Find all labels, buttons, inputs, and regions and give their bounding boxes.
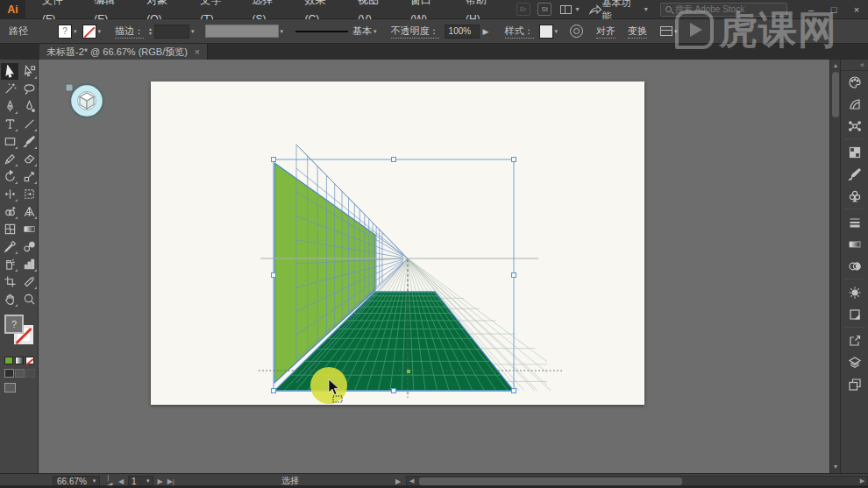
fill-stroke-indicator[interactable]: ? (4, 315, 34, 351)
vertical-scrollbar[interactable]: ▴ ▾ (829, 60, 840, 473)
artwork-svg[interactable] (151, 81, 644, 405)
close-button[interactable]: × (845, 1, 868, 18)
opacity-label[interactable]: 不透明度： (391, 25, 439, 39)
stroke-weight-label[interactable]: 描边： (115, 25, 144, 39)
arrange-documents-button[interactable]: ▾ (560, 5, 579, 14)
tool-artboard[interactable] (1, 273, 18, 290)
tool-column-graph[interactable] (20, 256, 38, 272)
tool-eraser[interactable] (20, 151, 38, 167)
share-button[interactable] (588, 4, 602, 16)
tools-panel: ? (0, 60, 39, 473)
document-tab[interactable]: 未标题-2* @ 66.67% (RGB/预览) × (39, 44, 208, 60)
tool-eyedropper[interactable] (1, 238, 18, 255)
fill-indicator[interactable]: ? (4, 315, 24, 334)
tool-gradient[interactable] (20, 221, 38, 237)
tool-rotate[interactable] (1, 168, 18, 185)
tab-close-icon[interactable]: × (195, 47, 200, 57)
panel-gradient-panel-icon[interactable] (841, 233, 868, 255)
tool-pencil[interactable] (1, 151, 18, 167)
panel-artboards-icon[interactable] (841, 373, 868, 395)
brush-definition[interactable]: 基本 (352, 25, 372, 38)
panel-swatches-icon[interactable] (841, 141, 868, 163)
panel-stroke-icon[interactable] (841, 211, 868, 233)
gradient-fill-button[interactable] (15, 357, 24, 364)
tool-mesh[interactable] (1, 221, 18, 237)
style-swatch[interactable] (539, 25, 553, 39)
perspective-plane-widget[interactable] (64, 78, 106, 120)
style-label[interactable]: 样式： (505, 25, 534, 39)
tool-zoom[interactable] (20, 291, 38, 308)
tool-line-segment[interactable] (20, 116, 38, 132)
tool-slice[interactable] (20, 273, 38, 290)
minimize-button[interactable]: – (800, 1, 822, 18)
dock-header[interactable]: « (841, 60, 868, 71)
screen-mode-button[interactable] (4, 383, 16, 393)
panel-hub-icon[interactable] (841, 115, 868, 137)
tool-magic-wand[interactable] (1, 81, 18, 97)
color-fill-button[interactable] (4, 357, 13, 364)
none-fill-button[interactable] (25, 357, 34, 364)
tool-lasso[interactable] (20, 81, 38, 97)
stock-icon[interactable]: St (537, 3, 551, 16)
chevron-down-icon[interactable]: ▾ (74, 28, 77, 35)
isolate-icon[interactable] (660, 26, 672, 36)
tool-shape-builder[interactable] (1, 203, 18, 220)
stroke-weight-stepper[interactable]: ▴▾ (149, 27, 152, 36)
brush-preview (295, 31, 348, 32)
panel-color-guide-icon[interactable] (841, 93, 868, 115)
opacity-value[interactable]: 100% (445, 25, 480, 39)
panel-graphic-styles-icon[interactable] (841, 303, 868, 325)
tool-direct-selection[interactable] (20, 63, 38, 80)
chevron-down-icon[interactable]: ▾ (98, 28, 102, 35)
control-bar: 路径 ? ▾ ▾ 描边： ▴▾ ▾ ▾ 基本 ▾ 不透明度： 100% ▶ 样式… (0, 19, 868, 44)
chevron-down-icon[interactable]: ▾ (674, 28, 678, 35)
last-artboard-button[interactable]: ▶| (167, 477, 174, 485)
tool-free-transform[interactable] (20, 186, 38, 202)
panel-color-palette-icon[interactable] (841, 71, 868, 93)
tool-scale[interactable] (20, 168, 38, 185)
expand-panels-icon[interactable]: « (860, 60, 864, 69)
status-flyout-icon[interactable]: ▶ (395, 477, 401, 485)
tool-rectangle[interactable] (1, 133, 18, 150)
transform-button[interactable]: 变换 (628, 25, 647, 39)
tool-symbol-sprayer[interactable] (1, 256, 18, 272)
chevron-down-icon[interactable]: ▾ (555, 28, 559, 35)
tool-width[interactable] (1, 186, 18, 202)
tool-hand[interactable] (1, 291, 18, 308)
draw-normal-button[interactable] (4, 369, 14, 378)
fill-swatch[interactable]: ? (58, 25, 72, 39)
scroll-left-icon[interactable]: ◀ (407, 477, 416, 486)
vertical-scroll-thumb[interactable] (832, 72, 839, 117)
panel-export-icon[interactable] (841, 329, 868, 351)
search-input[interactable] (675, 4, 780, 14)
tool-selection[interactable] (1, 63, 18, 80)
panel-transparency-icon[interactable] (841, 255, 868, 277)
tool-paintbrush[interactable] (20, 133, 38, 150)
scroll-right-icon[interactable]: ▶ (857, 477, 867, 486)
recolor-artwork-icon[interactable] (570, 25, 583, 38)
panel-brushes-icon[interactable] (841, 163, 868, 185)
maximize-button[interactable]: □ (822, 1, 845, 18)
stroke-weight-value[interactable] (154, 25, 189, 39)
chevron-down-icon[interactable]: ▾ (191, 28, 195, 35)
tool-blend[interactable] (20, 238, 38, 255)
opacity-flyout-icon[interactable]: ▶ (483, 27, 489, 36)
tool-curvature[interactable] (20, 98, 38, 115)
panel-appearance-icon[interactable] (841, 281, 868, 303)
horizontal-scroll-thumb[interactable] (419, 477, 682, 485)
align-button[interactable]: 对齐 (596, 25, 615, 39)
prev-artboard-button[interactable]: ◀ (118, 477, 124, 485)
stock-search[interactable] (660, 3, 787, 17)
panel-layers-icon[interactable] (841, 351, 868, 373)
tool-type[interactable] (1, 116, 18, 132)
draw-inside-button[interactable] (25, 369, 35, 378)
chevron-down-icon[interactable]: ▾ (374, 28, 377, 35)
next-artboard-button[interactable]: ▶ (158, 477, 163, 485)
canvas[interactable] (39, 60, 829, 473)
tool-perspective-grid[interactable] (20, 203, 38, 220)
panel-symbols-icon[interactable] (841, 185, 868, 207)
tool-pen[interactable] (1, 98, 18, 115)
draw-behind-button[interactable] (15, 369, 25, 378)
bridge-icon[interactable]: Br (516, 3, 530, 16)
stroke-swatch[interactable] (82, 25, 96, 39)
